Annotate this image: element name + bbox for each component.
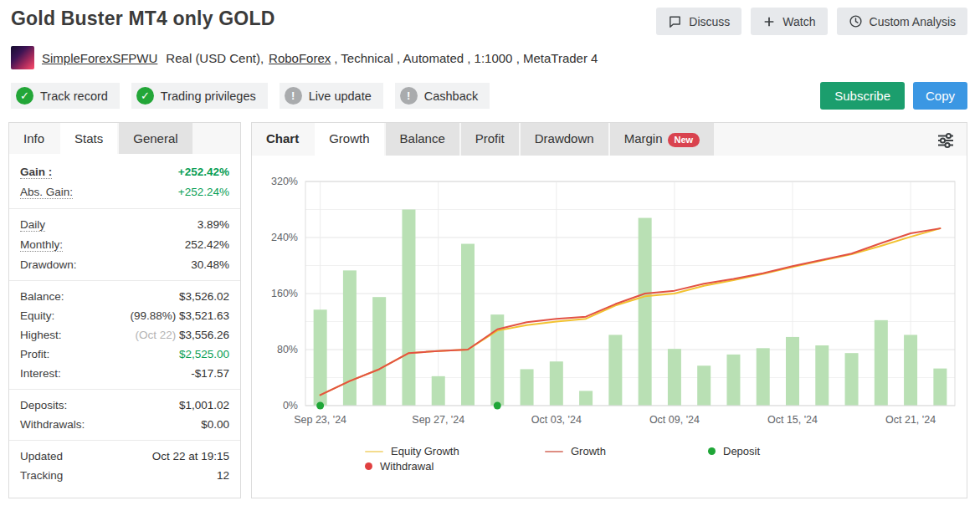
account-details: , Technical , Automated , 1:1000 , MetaT…	[334, 51, 598, 65]
stat-row: Monthly:252.42%	[9, 235, 240, 255]
tab-info[interactable]: Info	[9, 123, 59, 154]
stat-row: Balance:$3,526.02	[9, 287, 240, 306]
account-type: Real (USD Cent),	[166, 51, 264, 65]
svg-text:0%: 0%	[283, 400, 298, 411]
stat-label: Profit:	[20, 348, 49, 360]
legend-label: Deposit	[723, 445, 760, 457]
growth-chart-svg: 0%80%160%240%320%Sep 23, '24Sep 27, '24O…	[254, 162, 962, 438]
discuss-button[interactable]: Discuss	[656, 8, 741, 35]
stat-value: -$17.57	[191, 367, 229, 380]
header-actions: Discuss Watch Custom Analysis	[656, 8, 967, 35]
check-circle-icon: ✓	[136, 87, 154, 105]
stat-label: Deposits:	[20, 399, 67, 411]
avatar[interactable]	[11, 46, 34, 69]
stat-row: Highest:(Oct 22) $3,556.26	[9, 325, 240, 345]
stat-label: Highest:	[20, 329, 62, 341]
stat-prefix: (99.88%)	[130, 309, 179, 322]
main-content: Info Stats General Gain :+252.42%Abs. Ga…	[0, 110, 980, 498]
stats-groups: Gain :+252.42%Abs. Gain:+252.24%Daily3.8…	[9, 154, 240, 491]
stat-value: $2,525.00	[179, 348, 229, 360]
badge-trading-privileges[interactable]: ✓ Trading privileges	[131, 83, 268, 109]
svg-text:Sep 27, '24: Sep 27, '24	[412, 414, 464, 426]
stat-label: Balance:	[20, 290, 64, 303]
stat-value: 252.42%	[185, 238, 229, 251]
stat-value: +252.24%	[178, 186, 229, 198]
stat-row: Tracking12	[9, 466, 240, 485]
legend-withdrawal[interactable]: Withdrawal	[365, 460, 545, 473]
copy-button[interactable]: Copy	[913, 82, 967, 110]
stat-label: Withdrawals:	[20, 418, 85, 431]
chart-panel: Chart Growth Balance Profit Drawdown Mar…	[251, 122, 967, 498]
stat-row: Profit:$2,525.00	[9, 345, 240, 364]
stat-value: 3.89%	[198, 218, 229, 231]
exclamation-circle-icon: !	[285, 87, 302, 105]
svg-text:80%: 80%	[277, 344, 298, 355]
stats-tabbar: Info Stats General	[9, 123, 240, 154]
badge-cashback[interactable]: ! Cashback	[395, 83, 490, 109]
stat-row: Gain :+252.42%	[9, 162, 240, 182]
stat-value: Oct 22 at 19:15	[152, 450, 229, 462]
cta-buttons: Subscribe Copy	[820, 82, 967, 110]
badge-live-update[interactable]: ! Live update	[280, 83, 383, 109]
stat-group: Gain :+252.42%Abs. Gain:+252.24%	[9, 154, 240, 208]
tab-stats[interactable]: Stats	[60, 123, 117, 154]
stat-label: Interest:	[20, 367, 61, 380]
check-circle-icon: ✓	[16, 87, 33, 105]
svg-text:Sep 23, '24: Sep 23, '24	[294, 414, 346, 426]
broker-link[interactable]: RoboForex	[269, 51, 331, 65]
svg-text:Oct 09, '24: Oct 09, '24	[649, 414, 700, 426]
account-row: SimpleForexSFPWU Real (USD Cent), RoboFo…	[0, 35, 980, 69]
badge-label: Trading privileges	[161, 89, 256, 103]
stat-value: (99.88%) $3,521.63	[130, 309, 229, 322]
stat-label: Drawdown:	[20, 258, 77, 271]
stat-value: 30.48%	[191, 258, 229, 271]
legend-equity-growth[interactable]: Equity Growth	[365, 445, 545, 457]
tab-balance[interactable]: Balance	[386, 123, 459, 156]
tab-growth[interactable]: Growth	[315, 123, 383, 156]
stat-label[interactable]: Abs. Gain:	[20, 186, 73, 199]
tab-profit[interactable]: Profit	[461, 123, 519, 156]
legend-growth[interactable]: Growth	[545, 445, 708, 457]
stat-row: Interest:-$17.57	[9, 364, 240, 383]
discuss-label: Discuss	[689, 16, 730, 28]
legend-label: Equity Growth	[391, 445, 459, 457]
stat-row: Equity:(99.88%) $3,521.63	[9, 306, 240, 325]
svg-text:Oct 15, '24: Oct 15, '24	[767, 414, 818, 426]
filter-sliders-icon[interactable]	[936, 130, 956, 154]
stat-row: Abs. Gain:+252.24%	[9, 182, 240, 202]
subscribe-button[interactable]: Subscribe	[820, 82, 905, 110]
tab-margin[interactable]: MarginNew	[610, 123, 714, 156]
page-header: Gold Buster MT4 only GOLD Discuss Watch …	[0, 0, 980, 35]
stat-label[interactable]: Gain :	[20, 166, 52, 179]
stat-row: Daily3.89%	[9, 215, 240, 235]
clock-icon	[849, 14, 863, 28]
badge-label: Track record	[40, 89, 108, 103]
withdrawal-dot-swatch	[365, 462, 372, 470]
stat-label[interactable]: Daily	[20, 218, 45, 232]
custom-analysis-button[interactable]: Custom Analysis	[837, 8, 967, 35]
stat-value: $3,526.02	[179, 290, 229, 303]
stats-panel: Info Stats General Gain :+252.42%Abs. Ga…	[8, 122, 241, 498]
watch-button[interactable]: Watch	[751, 8, 827, 35]
stat-label[interactable]: Monthly:	[20, 238, 63, 252]
stat-label: Equity:	[20, 309, 54, 322]
stat-group: Daily3.89%Monthly:252.42%Drawdown:30.48%	[9, 208, 240, 280]
svg-text:240%: 240%	[271, 232, 298, 243]
tab-chart[interactable]: Chart	[252, 123, 313, 156]
badge-track-record[interactable]: ✓ Track record	[11, 83, 120, 109]
tab-margin-label: Margin	[624, 131, 663, 146]
custom-analysis-label: Custom Analysis	[870, 16, 956, 28]
stat-group: Deposits:$1,001.02Withdrawals:$0.00	[9, 389, 240, 440]
badge-label: Live update	[309, 89, 372, 103]
stat-value: $0.00	[201, 418, 229, 431]
tab-general[interactable]: General	[119, 123, 192, 154]
growth-line-swatch	[545, 451, 563, 452]
legend-deposit[interactable]: Deposit	[708, 445, 967, 457]
stat-label: Updated	[20, 450, 63, 462]
stat-row: Withdrawals:$0.00	[9, 415, 240, 434]
tab-drawdown[interactable]: Drawdown	[521, 123, 608, 156]
stat-value: 12	[217, 469, 229, 482]
svg-text:320%: 320%	[271, 176, 298, 187]
stat-value: +252.42%	[178, 166, 229, 178]
account-username-link[interactable]: SimpleForexSFPWU	[42, 51, 157, 65]
